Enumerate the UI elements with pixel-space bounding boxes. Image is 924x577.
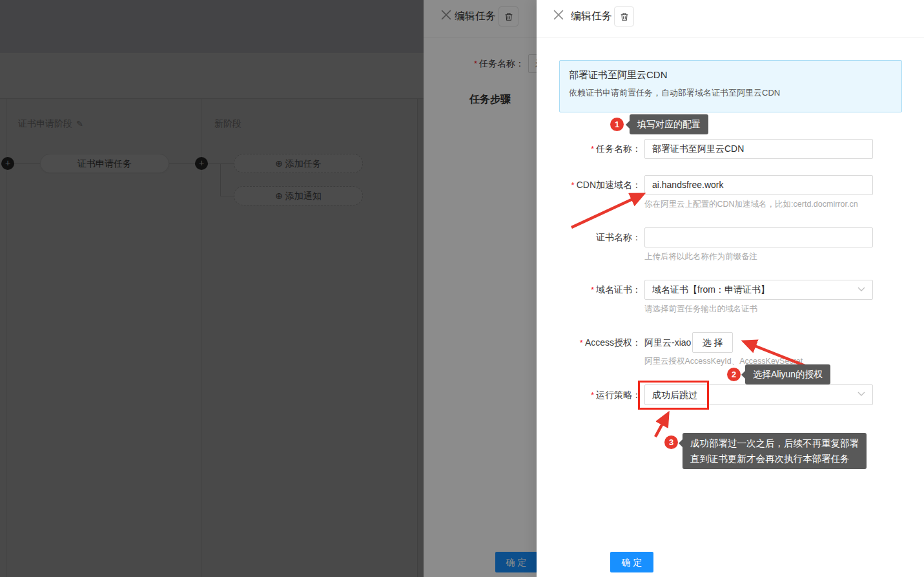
domain-cert-label: *域名证书：	[537, 280, 641, 300]
cdn-domain-label: *CDN加速域名：	[537, 175, 641, 195]
alert-title: 部署证书至阿里云CDN	[569, 69, 892, 81]
cert-name-helper: 上传后将以此名称作为前缀备注	[644, 251, 757, 262]
drawer-title: 编辑任务	[571, 10, 612, 23]
annotation-tip-2: 选择Aliyun的授权	[745, 364, 830, 384]
task-name-input[interactable]: 部署证书至阿里云CDN	[644, 139, 873, 159]
close-icon[interactable]	[553, 10, 564, 20]
cert-name-label: 证书名称：	[537, 227, 641, 247]
edit-task-drawer: 编辑任务 部署证书至阿里云CDN 依赖证书申请前置任务，自动部署域名证书至阿里云…	[537, 0, 924, 577]
annotation-highlight-box	[638, 381, 709, 410]
cert-name-input[interactable]	[644, 227, 873, 247]
chevron-down-icon	[857, 287, 865, 292]
domain-cert-select[interactable]: 域名证书【from：申请证书】	[644, 280, 873, 300]
annotation-badge-1: 1	[610, 118, 624, 131]
annotation-tip-1: 填写对应的配置	[630, 114, 708, 134]
screen: 证书申请阶段✎ 新阶段 + + 证书申请任务 ⊕ 添加任务 ⊕ 添加通知	[0, 0, 924, 577]
cdn-domain-input[interactable]: ai.handsfree.work	[644, 175, 873, 195]
domain-cert-helper: 请选择前置任务输出的域名证书	[644, 304, 757, 315]
access-choose-button[interactable]: 选 择	[692, 332, 733, 353]
annotation-badge-2: 2	[727, 368, 741, 381]
run-strategy-label: *运行策略：	[537, 384, 641, 404]
delete-task-button[interactable]	[614, 6, 634, 26]
chevron-down-icon	[857, 392, 865, 397]
plugin-info-alert: 部署证书至阿里云CDN 依赖证书申请前置任务，自动部署域名证书至阿里云CDN	[559, 60, 902, 112]
annotation-tip-3: 成功部署过一次之后，后续不再重复部署 直到证书更新才会再次执行本部署任务	[683, 433, 867, 469]
confirm-button[interactable]: 确 定	[610, 552, 653, 572]
access-value: 阿里云-xiao	[644, 332, 691, 353]
trash-icon	[619, 12, 630, 22]
modal-mask-front[interactable]	[0, 0, 537, 577]
task-name-label: *任务名称：	[537, 139, 641, 159]
annotation-badge-3: 3	[664, 435, 678, 449]
alert-description: 依赖证书申请前置任务，自动部署域名证书至阿里云CDN	[569, 87, 892, 99]
cdn-domain-helper: 你在阿里云上配置的CDN加速域名，比如:certd.docmirror.cn	[644, 199, 858, 210]
access-label: *Access授权：	[537, 332, 641, 352]
divider	[537, 37, 924, 37]
